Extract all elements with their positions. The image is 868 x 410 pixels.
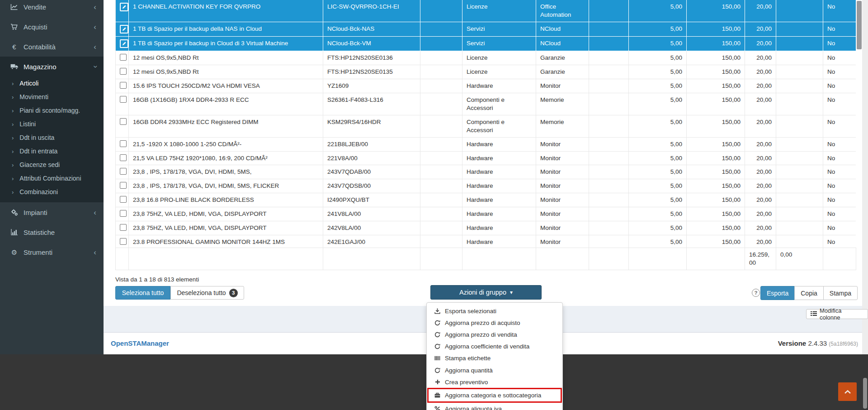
checkbox-unchecked-icon[interactable] xyxy=(120,68,127,75)
table-row[interactable]: 1 TB di Spazio per il backup della NAS i… xyxy=(116,22,856,36)
row-checkbox-cell[interactable] xyxy=(116,137,129,151)
table-row[interactable]: 1 TB di Spazio per il backup in Cloud di… xyxy=(116,36,856,51)
sidebar-item-strumenti[interactable]: ⚙Strumenti‹ xyxy=(0,242,104,262)
table-row[interactable]: 12 mesi OS,9x5,NBD RtFTS:HP12NS20SE0135L… xyxy=(116,65,856,79)
table-row[interactable]: 21,5 VA LED 75HZ 1920*1080, 16:9, 200 CD… xyxy=(116,151,856,165)
menu-item-aggiorna-quantit[interactable]: Aggiorna quantità xyxy=(427,364,562,376)
cell-service: No xyxy=(823,207,856,221)
table-row[interactable]: 23,8 , IPS, 178/178, VGA, DVI, HDMI, 5MS… xyxy=(116,179,856,193)
group-actions-button[interactable]: Azioni di gruppo ▾ xyxy=(430,285,542,300)
sidebar-item-piani-di-sconto-magg[interactable]: ›Piani di sconto/magg. xyxy=(0,104,104,117)
row-checkbox-cell[interactable] xyxy=(116,115,129,137)
row-checkbox-cell[interactable] xyxy=(116,193,129,207)
cell-quantity: 5,00 xyxy=(629,36,687,51)
cell-description: 15.6 IPS TOUCH 250CD/M2 VGA HDMI VESA xyxy=(129,79,323,93)
totals-coefficient-sum: 16.259,00 xyxy=(745,248,776,270)
row-checkbox-cell[interactable] xyxy=(116,207,129,221)
refresh-icon xyxy=(434,343,441,349)
checkbox-unchecked-icon[interactable] xyxy=(120,182,127,189)
export-button[interactable]: Esporta xyxy=(760,286,795,300)
cell-code: NCloud-Bck-NAS xyxy=(323,22,420,36)
menu-item-esporta-selezionati[interactable]: Esporta selezionati xyxy=(427,305,562,317)
help-icon[interactable]: ? xyxy=(752,289,760,297)
table-row[interactable]: 23.8 PROFESSIONAL GAMING MONITOR 144HZ 1… xyxy=(116,235,856,248)
row-checkbox-cell[interactable] xyxy=(116,235,129,248)
sidebar-item-ddt-in-entrata[interactable]: ›Ddt in entrata xyxy=(0,144,104,158)
sidebar-item-ddt-in-uscita[interactable]: ›Ddt in uscita xyxy=(0,131,104,144)
row-checkbox-cell[interactable] xyxy=(116,93,129,115)
row-checkbox-cell[interactable] xyxy=(116,79,129,93)
checkbox-unchecked-icon[interactable] xyxy=(120,224,127,231)
menu-item-aggiorna-categoria-e-sottocategoria[interactable]: Aggiorna categoria e sottocategoria xyxy=(427,388,562,403)
sidebar-item-statistiche[interactable]: Statistiche xyxy=(0,222,104,242)
checkbox-unchecked-icon[interactable] xyxy=(120,196,127,203)
copy-button[interactable]: Copia xyxy=(794,286,824,300)
cell-empty xyxy=(776,207,823,221)
gear-icon: ⚙ xyxy=(9,249,19,256)
row-checkbox-cell[interactable] xyxy=(116,36,129,51)
row-checkbox-cell[interactable] xyxy=(116,22,129,36)
table-row[interactable]: 16GB (1X16GB) 1RX4 DDR4-2933 R ECCS26361… xyxy=(116,93,856,115)
scroll-to-top-button[interactable] xyxy=(838,382,857,401)
sidebar-item-combinazioni[interactable]: ›Combinazioni xyxy=(0,185,104,199)
cell-empty xyxy=(776,79,823,93)
table-row[interactable]: 23,8 75HZ, VA LED, HDMI, VGA, DISPLAYPOR… xyxy=(116,221,856,235)
table-row[interactable]: 23,8 , IPS, 178/178, VGA, DVI, HDMI, 5MS… xyxy=(116,165,856,179)
checkbox-unchecked-icon[interactable] xyxy=(120,238,127,245)
checkbox-unchecked-icon[interactable] xyxy=(120,118,127,125)
menu-item-aggiorna-prezzo-di-vendita[interactable]: Aggiorna prezzo di vendita xyxy=(427,329,562,340)
cell-subcategory: NCloud xyxy=(536,36,589,51)
cell-category: Componenti e Accessori xyxy=(462,93,536,115)
table-row[interactable]: 23,8 75HZ, VA LED, HDMI, VGA, DISPLAYPOR… xyxy=(116,207,856,221)
menu-item-aggiorna-coefficiente-di-vendita[interactable]: Aggiorna coefficiente di vendita xyxy=(427,341,562,353)
checkbox-checked-icon[interactable] xyxy=(120,3,128,11)
page-scrollbar-thumb[interactable] xyxy=(863,378,867,409)
sidebar-item-vendite[interactable]: Vendite‹ xyxy=(0,0,104,17)
sidebar-item-contabilit[interactable]: €Contabilità‹ xyxy=(0,37,104,57)
edit-columns-button[interactable]: Modifica colonne xyxy=(806,309,868,319)
sidebar-item-listini[interactable]: ›Listini xyxy=(0,117,104,131)
checkbox-unchecked-icon[interactable] xyxy=(120,96,127,103)
sidebar-item-label: Magazzino xyxy=(24,63,94,71)
checkbox-unchecked-icon[interactable] xyxy=(120,140,127,147)
sidebar-item-attributi-combinazioni[interactable]: ›Attributi Combinazioni xyxy=(0,172,104,185)
menu-item-crea-preventivo[interactable]: Crea preventivo xyxy=(427,376,562,388)
sidebar-item-movimenti[interactable]: ›Movimenti xyxy=(0,90,104,104)
table-row[interactable]: 21,5 -1920 X 1080-1000 1-250 CD/MÂ²-221B… xyxy=(116,137,856,151)
checkbox-checked-icon[interactable] xyxy=(120,39,128,48)
cell-empty xyxy=(420,93,462,115)
checkbox-checked-icon[interactable] xyxy=(120,25,128,33)
cell-empty xyxy=(420,235,462,248)
brand-link[interactable]: OpenSTAManager xyxy=(111,339,169,347)
sidebar-item-magazzino[interactable]: Magazzino‹ xyxy=(0,57,104,76)
row-checkbox-cell[interactable] xyxy=(116,179,129,193)
deselect-all-button[interactable]: Deseleziona tutto 3 xyxy=(170,286,244,300)
sidebar-item-acquisti[interactable]: Acquisti‹ xyxy=(0,17,104,37)
row-checkbox-cell[interactable] xyxy=(116,151,129,165)
select-all-button[interactable]: Seleziona tutto xyxy=(115,286,170,300)
print-button[interactable]: Stampa xyxy=(823,286,858,300)
checkbox-unchecked-icon[interactable] xyxy=(120,82,127,89)
checkbox-unchecked-icon[interactable] xyxy=(120,168,127,175)
menu-item-aggiorna-aliquota-iva[interactable]: Aggiorna aliquota iva xyxy=(427,403,562,410)
row-checkbox-cell[interactable] xyxy=(116,51,129,65)
sidebar-item-impianti[interactable]: Impianti‹ xyxy=(0,202,104,222)
table-row[interactable]: 1 CHANNEL ACTIVATION KEY FOR QVRPROLIC-S… xyxy=(116,0,856,22)
row-checkbox-cell[interactable] xyxy=(116,0,129,22)
checkbox-unchecked-icon[interactable] xyxy=(120,54,127,61)
checkbox-unchecked-icon[interactable] xyxy=(120,154,127,161)
sidebar-item-giacenze-sedi[interactable]: ›Giacenze sedi xyxy=(0,158,104,172)
table-row[interactable]: 15.6 IPS TOUCH 250CD/M2 VGA HDMI VESAYZ1… xyxy=(116,79,856,93)
menu-item-stampa-etichette[interactable]: Stampa etichette xyxy=(427,353,562,364)
row-checkbox-cell[interactable] xyxy=(116,165,129,179)
table-row[interactable]: 16GB DDR4 2933MHz ECC Registered DIMMKSM… xyxy=(116,115,856,137)
table-row[interactable]: 23,8 16.8 PRO-LINE BLACK BORDERLESSI2490… xyxy=(116,193,856,207)
checkbox-unchecked-icon[interactable] xyxy=(120,210,127,217)
table-row[interactable]: 12 mesi OS,9x5,NBD RtFTS:HP12NS20SE0136L… xyxy=(116,51,856,65)
menu-item-aggiorna-prezzo-di-acquisto[interactable]: Aggiorna prezzo di acquisto xyxy=(427,317,562,329)
sidebar-item-articoli[interactable]: ›Articoli xyxy=(0,76,104,90)
row-checkbox-cell[interactable] xyxy=(116,221,129,235)
cell-quantity: 5,00 xyxy=(629,165,687,179)
table-scrollbar-thumb[interactable] xyxy=(857,1,862,49)
row-checkbox-cell[interactable] xyxy=(116,65,129,79)
